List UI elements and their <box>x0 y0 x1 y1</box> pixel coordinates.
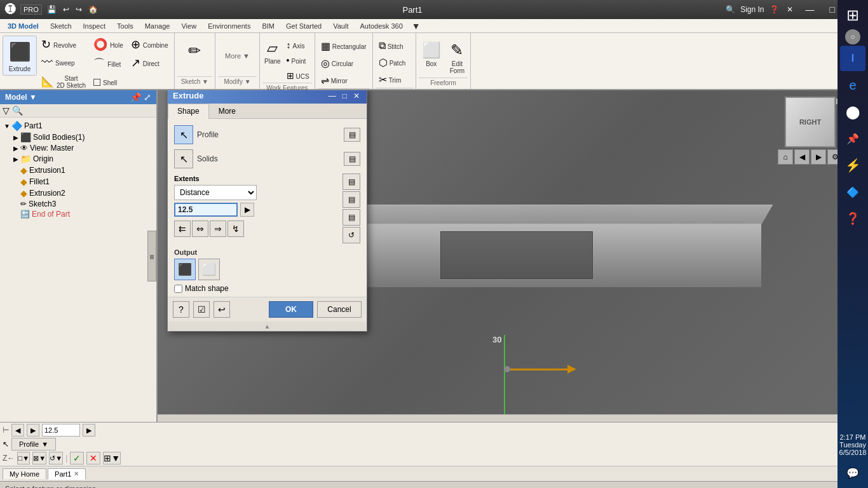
menu-view[interactable]: View <box>176 21 201 31</box>
bottom-coord-btn3[interactable]: ↺▼ <box>49 452 63 464</box>
axis-button[interactable]: ↕ Axis <box>284 38 312 52</box>
sign-in-btn[interactable]: Sign In <box>740 5 764 14</box>
point-button[interactable]: • Point <box>284 53 312 67</box>
tree-item-solidbodies[interactable]: ▶ ⬛ Solid Bodies(1) <box>3 132 154 143</box>
dialog-ok-button[interactable]: OK <box>269 301 313 318</box>
quick-redo-icon[interactable]: ↪ <box>74 4 83 15</box>
menu-inspect[interactable]: Inspect <box>78 21 111 31</box>
sketch-panel-btn[interactable]: ✏ <box>179 40 210 72</box>
bottom-next-btn[interactable]: ▶ <box>27 424 39 437</box>
plane-button[interactable]: ▱ Plane <box>262 38 283 67</box>
viewport[interactable]: 30 RIGHT RIGHT ⌂ ◀ ▶ ⚙ ⊡ 🔍 ✋ ⟳ ◎ ⊕ <box>158 90 868 422</box>
rectangular-button[interactable]: ▦ Rectangular <box>318 38 370 54</box>
menu-vault[interactable]: Vault <box>328 21 353 31</box>
bottom-value-input[interactable] <box>42 424 80 437</box>
profile-options-btn1[interactable]: ▤ <box>344 128 360 142</box>
tab-my-home[interactable]: My Home <box>3 468 46 479</box>
dir-btn-flip[interactable]: ↯ <box>227 220 244 237</box>
circular-button[interactable]: ◎ Circular <box>318 55 370 71</box>
editform-button[interactable]: ✎ EditForm <box>447 38 468 78</box>
revolve-button[interactable]: ↻ Revolve <box>38 36 89 53</box>
taskbar-notification-btn[interactable]: 💬 <box>840 460 865 485</box>
taskbar-edge-icon[interactable]: e <box>840 72 865 98</box>
menu-getstarted[interactable]: Get Started <box>281 21 327 31</box>
output-surface-btn[interactable]: ⬜ <box>198 259 220 280</box>
bottom-confirm-btn[interactable]: ▶ <box>83 424 95 437</box>
shell-button[interactable]: □ Shell <box>90 74 126 91</box>
menu-tools[interactable]: Tools <box>112 21 139 31</box>
menu-3dmodel[interactable]: 3D Model <box>3 21 44 31</box>
stitch-button[interactable]: ⧉ Stitch <box>376 38 413 53</box>
nav-cube[interactable]: RIGHT <box>785 97 836 147</box>
tree-toggle-solidbodies[interactable]: ▶ <box>11 134 20 141</box>
side-btn-3[interactable]: ▤ <box>342 209 360 226</box>
taskbar-inventor-icon[interactable]: I <box>840 46 865 71</box>
dialog-undo-icon[interactable]: ↩ <box>214 301 230 318</box>
dialog-minimize-btn[interactable]: — <box>327 92 338 100</box>
bottom-coord-btn1[interactable]: □▼ <box>17 452 30 464</box>
taskbar-app2-icon[interactable]: 🔷 <box>840 179 865 205</box>
match-shape-checkbox[interactable] <box>174 285 182 293</box>
panel-pin-icon[interactable]: 📌 <box>130 92 141 102</box>
search-panel-icon[interactable]: 🔍 <box>12 105 23 116</box>
bottom-settings-btn[interactable]: ⊞▼ <box>103 452 121 464</box>
menu-bim[interactable]: BIM <box>257 21 280 31</box>
dialog-tab-shape[interactable]: Shape <box>168 104 209 119</box>
side-btn-4[interactable]: ↺ <box>342 227 360 243</box>
mirror-button[interactable]: ⇌ Mirror <box>318 72 370 88</box>
tree-item-fillet1[interactable]: ◆ Fillet1 <box>3 176 154 187</box>
dialog-cancel-button[interactable]: Cancel <box>317 301 362 318</box>
taskbar-chrome-icon[interactable]: ⬤ <box>840 99 865 125</box>
extent-value-input[interactable] <box>174 203 238 217</box>
quick-undo-icon[interactable]: ↩ <box>62 4 71 15</box>
tree-toggle-viewmaster[interactable]: ▶ <box>11 145 20 152</box>
combine-button[interactable]: ⊕ Combine <box>128 36 172 53</box>
bottom-prev-btn[interactable]: ◀ <box>11 424 24 437</box>
dir-btn-symmetric[interactable]: ⇔ <box>192 220 208 237</box>
filter-icon[interactable]: ▽ <box>3 105 10 116</box>
close-cross-icon[interactable]: ✕ <box>784 4 796 15</box>
menu-sketch[interactable]: Sketch <box>45 21 77 31</box>
minimize-button[interactable]: — <box>801 3 820 16</box>
app-logo-icon[interactable]: 🅘 <box>5 3 17 17</box>
menu-environments[interactable]: Environments <box>203 21 255 31</box>
start2dsketch-button[interactable]: 📐 Start2D Sketch <box>38 72 89 91</box>
bottom-ok-btn[interactable]: ✓ <box>70 452 84 464</box>
profile-select-btn[interactable]: ↖ <box>174 125 193 144</box>
bottom-profile-dropdown[interactable]: Profile ▼ <box>11 438 56 451</box>
panel-resize-handle[interactable]: ||| <box>147 231 156 281</box>
quick-save-icon[interactable]: 💾 <box>46 4 58 15</box>
side-btn-1[interactable]: ▤ <box>342 173 360 190</box>
extrude-button[interactable]: ⬛ Extrude <box>3 36 37 76</box>
trim-button[interactable]: ✂ Trim <box>376 72 413 88</box>
dir-btn-neg[interactable]: ⇇ <box>174 220 191 237</box>
box-button[interactable]: ⬜ Box <box>419 38 444 71</box>
taskbar-cortana-btn[interactable]: ○ <box>845 29 860 44</box>
menu-autodesk360[interactable]: Autodesk 360 <box>355 21 407 31</box>
tree-toggle-origin[interactable]: ▶ <box>11 156 20 163</box>
tab-part1-close[interactable]: ✕ <box>74 470 79 477</box>
tree-item-origin[interactable]: ▶ 📁 Origin <box>3 153 154 165</box>
bottom-coord-btn2[interactable]: ⊠▼ <box>32 452 46 464</box>
help-icon[interactable]: ❓ <box>770 5 779 14</box>
direct-button[interactable]: ↗ Direct <box>128 54 172 72</box>
dialog-help-btn[interactable]: ? <box>173 301 189 318</box>
patch-button[interactable]: ⬡ Patch <box>376 55 413 71</box>
dialog-close-btn[interactable]: ✕ <box>351 92 362 100</box>
search-icon[interactable]: 🔍 <box>726 5 735 14</box>
tab-part1[interactable]: Part1 ✕ <box>48 468 86 480</box>
taskbar-pin-icon[interactable]: 📌 <box>840 126 865 151</box>
tree-item-extrusion2[interactable]: ◆ Extrusion2 <box>3 187 154 199</box>
hole-button[interactable]: ⭕ Hole <box>90 36 126 53</box>
dialog-resize-handle[interactable]: ▲ <box>168 322 367 331</box>
tree-item-part1[interactable]: ▼ 🔷 Part1 <box>3 120 154 132</box>
panel-expand-icon[interactable]: ⤢ <box>144 92 151 102</box>
menu-manage[interactable]: Manage <box>140 21 175 31</box>
nav-next-btn[interactable]: ▶ <box>811 149 826 165</box>
output-solid-btn[interactable]: ⬛ <box>174 259 196 280</box>
dialog-tab-more[interactable]: More <box>209 104 245 118</box>
sweep-button[interactable]: 〰 Sweep <box>38 54 89 71</box>
quick-home-icon[interactable]: 🏠 <box>87 4 99 15</box>
solids-select-btn[interactable]: ↖ <box>174 149 193 168</box>
tree-toggle-part1[interactable]: ▼ <box>3 123 11 130</box>
